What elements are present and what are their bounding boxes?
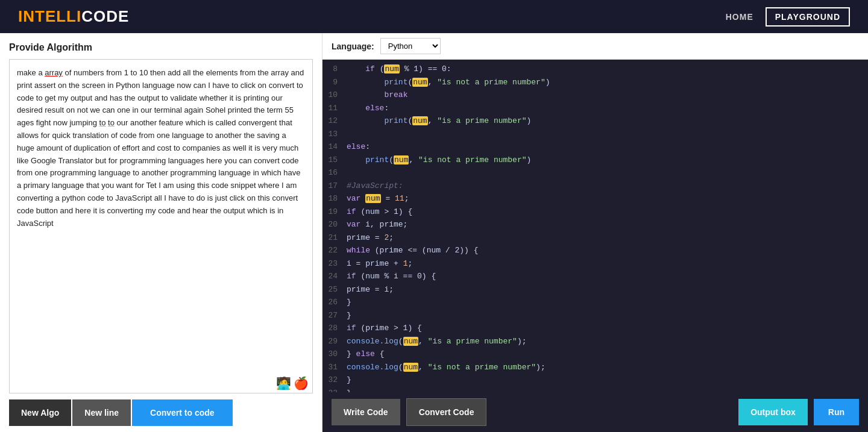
code-line-30: 30 } else { (322, 348, 868, 361)
code-line-33: 33 } (322, 387, 868, 393)
code-line-31: 31 console.log(num, "is not a prime numb… (322, 361, 868, 374)
algo-textarea-content[interactable]: make a array of numbers from 1 to 10 the… (10, 60, 312, 374)
spell-check-to2: to (108, 118, 115, 127)
code-line-19: 19 if (num > 1) { (322, 205, 868, 219)
code-line-25: 25 prime = i; (322, 283, 868, 296)
new-algo-button[interactable]: New Algo (9, 399, 71, 426)
code-line-9: 9 print(num, "is not a prime number") (322, 76, 868, 89)
code-line-27: 27 } (322, 309, 868, 322)
new-line-button[interactable]: New line (72, 399, 131, 426)
convert-to-code-button[interactable]: Convert to code (132, 399, 233, 426)
code-line-21: 21 prime = 2; (322, 231, 868, 245)
code-line-14: 14 else: (322, 140, 868, 154)
run-button[interactable]: Run (814, 399, 859, 425)
main-content: Provide Algorithm make a array of number… (0, 33, 868, 432)
code-line-13: 13 (322, 128, 868, 141)
logo: INTELLICODE (18, 7, 129, 26)
code-line-32: 32 } (322, 374, 868, 387)
logo-code: CODE (81, 7, 129, 25)
code-line-16: 16 (322, 166, 868, 180)
language-select[interactable]: Python JavaScript Java C++ C# Go Ruby (380, 38, 441, 54)
left-buttons: New Algo New line Convert to code (9, 393, 313, 426)
code-line-17: 17 #JavaScript: (322, 180, 868, 193)
code-line-15: 15 print(num, "is not a prime number") (322, 154, 868, 167)
code-line-12: 12 print(num, "is a prime number") (322, 114, 868, 128)
header: INTELLICODE HOME PLAYGROUND (0, 0, 868, 33)
right-bottom-buttons: Write Code Convert Code Output box Run (322, 392, 868, 432)
code-display-area: 8 if (num % 1) == 0: 9 print(num, "is no… (322, 60, 868, 392)
right-panel: Language: Python JavaScript Java C++ C# … (322, 33, 868, 432)
convert-code-button[interactable]: Convert Code (406, 398, 487, 426)
code-line-23: 23 i = prime + 1; (322, 257, 868, 271)
output-box-button[interactable]: Output box (738, 399, 808, 425)
code-line-22: 22 while (prime <= (num / 2)) { (322, 244, 868, 257)
code-line-10: 10 break (322, 89, 868, 102)
write-code-button[interactable]: Write Code (332, 399, 400, 425)
code-line-24: 24 if (num % i == 0) { (322, 270, 868, 283)
left-panel: Provide Algorithm make a array of number… (0, 33, 322, 432)
code-line-29: 29 console.log(num, "is a prime number")… (322, 335, 868, 348)
spell-check-array: array (45, 68, 63, 77)
logo-intelli: INTELLI (18, 7, 81, 25)
emoji-apple: 🍎 (294, 376, 309, 390)
code-line-8: 8 if (num % 1) == 0: (322, 63, 868, 76)
nav-playground-link[interactable]: PLAYGROUND (766, 7, 850, 27)
spell-check-to: to (99, 118, 106, 127)
code-line-28: 28 if (prime > 1) { (322, 322, 868, 335)
language-bar: Language: Python JavaScript Java C++ C# … (322, 33, 868, 60)
language-label: Language: (332, 42, 374, 51)
nav: HOME PLAYGROUND (726, 7, 850, 27)
algo-textarea-wrapper[interactable]: make a array of numbers from 1 to 10 the… (9, 59, 313, 393)
code-line-18: 18 var num = 11; (322, 192, 868, 205)
provide-algo-label: Provide Algorithm (9, 42, 313, 53)
code-line-20: 20 var i, prime; (322, 218, 868, 231)
code-line-26: 26 } (322, 296, 868, 309)
emoji-face: 🧑‍💻 (276, 376, 291, 390)
emoji-row: 🧑‍💻 🍎 (10, 374, 312, 393)
code-line-11: 11 else: (322, 102, 868, 115)
nav-home-link[interactable]: HOME (726, 12, 753, 22)
